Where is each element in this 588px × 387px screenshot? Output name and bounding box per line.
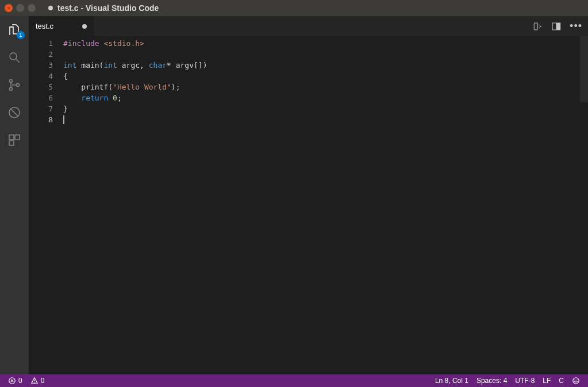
- main-area: 1 test.c ••• 12: [0, 16, 588, 374]
- token-include-path: <stdio.h>: [103, 39, 144, 48]
- svg-rect-6: [15, 135, 20, 140]
- text-cursor: [63, 115, 64, 124]
- more-actions-icon[interactable]: •••: [570, 20, 582, 32]
- svg-point-0: [10, 53, 17, 60]
- status-cursor-position[interactable]: Ln 8, Col 1: [433, 377, 471, 385]
- token-space: [108, 94, 113, 102]
- token-keyword: char: [149, 61, 167, 69]
- token-punct: );: [171, 83, 180, 91]
- status-errors[interactable]: 0: [6, 377, 25, 385]
- token-brace: {: [63, 72, 68, 80]
- status-encoding[interactable]: UTF-8: [513, 377, 537, 385]
- window-title: test.c - Visual Studio Code: [57, 3, 159, 13]
- token-ident: * argv[]): [167, 61, 207, 69]
- token-punct: ;: [117, 94, 122, 102]
- token-brace: }: [63, 105, 68, 113]
- minimap[interactable]: [580, 36, 588, 374]
- status-indentation[interactable]: Spaces: 4: [474, 377, 509, 385]
- activity-explorer[interactable]: 1: [6, 22, 22, 38]
- activity-bar: 1: [0, 16, 29, 374]
- svg-rect-5: [9, 135, 14, 140]
- window-maximize-button[interactable]: [28, 4, 36, 12]
- editor[interactable]: 12345678 #include <stdio.h> int main(int…: [29, 36, 588, 374]
- activity-debug[interactable]: [6, 105, 22, 121]
- status-indent-text: Spaces: 4: [476, 377, 507, 385]
- minimap-slider[interactable]: [580, 36, 588, 102]
- token-ident: argc,: [117, 61, 149, 69]
- activity-search[interactable]: [6, 49, 22, 65]
- svg-rect-7: [9, 141, 14, 145]
- smiley-icon: [572, 377, 580, 385]
- status-eol-text: LF: [543, 377, 551, 385]
- line-number-gutter: 12345678: [29, 36, 63, 374]
- debug-icon: [7, 106, 21, 119]
- svg-point-3: [17, 84, 20, 87]
- svg-point-1: [10, 80, 13, 83]
- explorer-badge: 1: [17, 31, 25, 39]
- token-ident: main(: [76, 61, 103, 69]
- svg-rect-10: [556, 23, 560, 30]
- token-keyword: return: [81, 94, 108, 102]
- split-editor-icon[interactable]: [551, 21, 562, 32]
- editor-region: test.c ••• 12345678 #include <stdio.h> i…: [29, 16, 588, 374]
- tab-label: test.c: [36, 22, 53, 30]
- status-eol[interactable]: LF: [540, 377, 553, 385]
- editor-actions: •••: [527, 16, 588, 36]
- svg-rect-8: [534, 23, 537, 30]
- window-modified-indicator: [48, 6, 53, 10]
- token-keyword: int: [63, 61, 76, 69]
- token-indent: [63, 94, 81, 102]
- status-feedback[interactable]: [570, 377, 582, 385]
- status-language[interactable]: C: [556, 377, 566, 385]
- status-language-text: C: [559, 377, 564, 385]
- token-string: "Hello World": [113, 83, 171, 91]
- window-titlebar: ✕ test.c - Visual Studio Code: [0, 0, 588, 16]
- tab-test-c[interactable]: test.c: [29, 16, 94, 36]
- window-buttons: ✕: [5, 4, 36, 12]
- svg-point-12: [34, 382, 34, 382]
- status-bar: 0 0 Ln 8, Col 1 Spaces: 4 UTF-8 LF C: [0, 374, 588, 387]
- status-errors-count: 0: [18, 377, 22, 385]
- tab-modified-indicator: [82, 24, 87, 29]
- status-encoding-text: UTF-8: [515, 377, 535, 385]
- activity-source-control[interactable]: [6, 77, 22, 93]
- extensions-icon: [7, 133, 21, 147]
- warning-icon: [30, 377, 39, 385]
- compare-changes-icon[interactable]: [533, 21, 543, 32]
- activity-extensions[interactable]: [6, 132, 22, 148]
- svg-point-13: [573, 378, 579, 384]
- token-keyword: int: [103, 61, 117, 69]
- code-content[interactable]: #include <stdio.h> int main(int argc, ch…: [63, 36, 580, 374]
- token-preprocessor: #include: [63, 39, 99, 48]
- window-close-button[interactable]: ✕: [5, 4, 13, 12]
- window-minimize-button[interactable]: [16, 4, 24, 12]
- svg-point-14: [574, 380, 575, 381]
- error-icon: [8, 377, 16, 385]
- svg-point-15: [577, 380, 578, 381]
- token-ident: printf(: [63, 83, 113, 91]
- search-icon: [7, 51, 21, 64]
- status-position-text: Ln 8, Col 1: [435, 377, 468, 385]
- source-control-icon: [7, 78, 21, 92]
- token-number: 0: [113, 94, 117, 102]
- tab-bar: test.c •••: [29, 16, 588, 36]
- status-warnings[interactable]: 0: [28, 377, 47, 385]
- status-warnings-count: 0: [41, 377, 45, 385]
- svg-point-2: [10, 88, 13, 91]
